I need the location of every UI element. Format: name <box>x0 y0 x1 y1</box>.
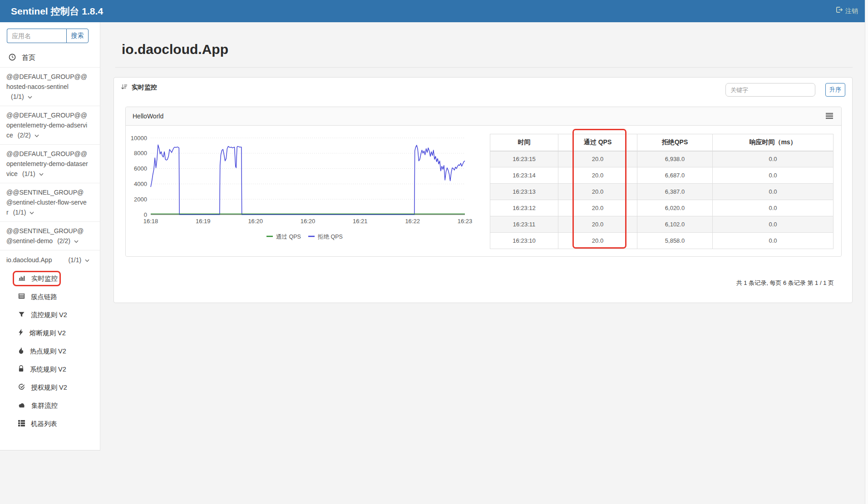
column-header: 时间 <box>490 134 558 151</box>
lock-icon <box>18 365 24 373</box>
app-machine-count: (1/1) <box>11 93 24 100</box>
svg-text:10000: 10000 <box>131 135 147 142</box>
clock-icon <box>9 54 16 62</box>
sidebar-app-group[interactable]: @@SENTINEL_GROUP@@sentinel-demo(2/2) <box>0 222 100 250</box>
realtime-monitor-panel: 实时监控 升序 HelloWorld 020004000600080001000… <box>113 77 853 303</box>
table-cell: 6,938.0 <box>637 151 713 167</box>
table-row: 16:23:1120.06,102.00.0 <box>490 216 833 233</box>
table-row: 16:23:1220.06,020.00.0 <box>490 200 833 216</box>
svg-text:4000: 4000 <box>134 181 147 187</box>
svg-text:0: 0 <box>144 211 147 218</box>
metrics-table-wrap: 时间通过 QPS拒绝QPS响应时间（ms） 16:23:1520.06,938.… <box>490 134 833 249</box>
app-machine-count: (2/2) <box>57 237 70 245</box>
table-cell: 5,858.0 <box>637 233 713 249</box>
chevron-down-icon <box>39 169 44 179</box>
app-search-input[interactable] <box>7 29 66 43</box>
app-machine-count: (2/2) <box>18 132 31 139</box>
keyword-input[interactable] <box>725 83 815 97</box>
table-cell: 20.0 <box>558 184 637 200</box>
sidebar-item-check-circle[interactable]: 授权规则 V2 <box>0 378 100 396</box>
app-title: Sentinel 控制台 1.8.4 <box>11 0 103 22</box>
card-header: HelloWorld <box>126 107 841 126</box>
table-cell: 16:23:15 <box>490 151 558 167</box>
sidebar-app-group[interactable]: @@DEFAULT_GROUP@@opentelemetry-demo-adse… <box>0 106 100 145</box>
list-icon <box>18 420 25 428</box>
table-row: 16:23:1420.06,687.00.0 <box>490 167 833 184</box>
sidebar: 搜索 首页 @@DEFAULT_GROUP@@hosted-nacos-sent… <box>0 22 100 450</box>
table-cell: 16:23:10 <box>490 233 558 249</box>
svg-text:6000: 6000 <box>134 165 147 172</box>
helloworld-card: HelloWorld 020004000600080001000016:1816… <box>125 107 842 257</box>
metrics-table: 时间通过 QPS拒绝QPS响应时间（ms） 16:23:1520.06,938.… <box>490 134 833 249</box>
table-cell: 6,687.0 <box>637 167 713 184</box>
top-navbar: Sentinel 控制台 1.8.4 注销 <box>0 0 868 22</box>
sidebar-app-group[interactable]: @@DEFAULT_GROUP@@hosted-nacos-sentinel(1… <box>0 68 100 106</box>
table-cell: 20.0 <box>558 167 637 184</box>
table-cell: 16:23:12 <box>490 200 558 216</box>
svg-text:通过 QPS: 通过 QPS <box>276 234 301 240</box>
table-row: 16:23:1320.06,387.00.0 <box>490 184 833 200</box>
sidebar-item-lock[interactable]: 系统规则 V2 <box>0 360 100 378</box>
table-cell: 16:23:13 <box>490 184 558 200</box>
table-cell: 0.0 <box>713 200 833 216</box>
logout-icon <box>836 0 843 22</box>
svg-text:16:23: 16:23 <box>458 218 473 225</box>
sidebar-item-fire[interactable]: 热点规则 V2 <box>0 342 100 360</box>
scrollbar-gutter <box>865 0 868 504</box>
sidebar-app-group[interactable]: @@DEFAULT_GROUP@@opentelemetry-demo-data… <box>0 145 100 183</box>
check-circle-icon <box>18 383 25 391</box>
table-cell: 0.0 <box>713 216 833 233</box>
sidebar-item-list[interactable]: 机器列表 <box>0 415 100 433</box>
table-row: 16:23:1020.05,858.00.0 <box>490 233 833 249</box>
svg-text:8000: 8000 <box>134 150 147 157</box>
fire-icon <box>18 347 24 355</box>
table-cell: 20.0 <box>558 200 637 216</box>
title-divider <box>115 67 853 68</box>
chevron-down-icon <box>85 255 89 265</box>
svg-text:2000: 2000 <box>134 196 147 203</box>
panel-heading: 实时监控 <box>121 83 157 92</box>
main-content: io.daocloud.App 实时监控 升序 HelloWorld 02000… <box>100 22 865 504</box>
table-cell: 16:23:11 <box>490 216 558 233</box>
menu-icon[interactable] <box>826 113 833 121</box>
table-cell: 0.0 <box>713 184 833 200</box>
pagination-info: 共 1 条记录, 每页 6 条记录 第 1 / 1 页 <box>736 279 834 287</box>
table-cell: 20.0 <box>558 216 637 233</box>
svg-text:16:20: 16:20 <box>301 218 316 225</box>
search-button[interactable]: 搜索 <box>66 29 89 43</box>
sidebar-item-cloud[interactable]: 集群流控 <box>0 396 100 415</box>
sidebar-item-home[interactable]: 首页 <box>0 49 100 68</box>
table-row: 16:23:1520.06,938.00.0 <box>490 151 833 167</box>
ascending-sort-button[interactable]: 升序 <box>825 83 845 97</box>
table-cell: 16:23:14 <box>490 167 558 184</box>
table-cell: 6,102.0 <box>637 216 713 233</box>
app-machine-count: (1/1) <box>13 209 26 216</box>
sidebar-item-bolt[interactable]: 熔断规则 V2 <box>0 324 100 342</box>
svg-text:拒绝 QPS: 拒绝 QPS <box>317 234 343 240</box>
svg-text:16:22: 16:22 <box>405 218 420 225</box>
column-header: 拒绝QPS <box>637 134 713 151</box>
sidebar-item-table[interactable]: 簇点链路 <box>0 288 100 306</box>
sidebar-app-group[interactable]: @@SENTINEL_GROUP@@sentinel-cluster-flow-… <box>0 183 100 222</box>
sort-amount-icon <box>121 83 128 92</box>
svg-text:16:19: 16:19 <box>196 218 211 225</box>
logout-button[interactable]: 注销 <box>836 0 858 22</box>
sidebar-item-filter[interactable]: 流控规则 V2 <box>0 306 100 324</box>
card-body: 020004000600080001000016:1816:1916:2016:… <box>126 126 841 256</box>
table-cell: 0.0 <box>713 233 833 249</box>
chevron-down-icon <box>28 92 32 102</box>
table-cell: 6,020.0 <box>637 200 713 216</box>
sidebar-item-bar-chart[interactable]: 实时监控 <box>0 269 100 288</box>
qps-line-chart: 020004000600080001000016:1816:1916:2016:… <box>126 126 484 256</box>
bar-chart-icon <box>18 274 25 283</box>
cloud-icon <box>18 402 25 409</box>
table-cell: 6,387.0 <box>637 184 713 200</box>
table-icon <box>18 293 25 301</box>
app-search-group: 搜索 <box>7 29 89 43</box>
table-cell: 0.0 <box>713 167 833 184</box>
svg-text:16:20: 16:20 <box>248 218 263 225</box>
filter-icon <box>18 311 25 319</box>
sidebar-item-active-app[interactable]: io.daocloud.App(1/1) <box>0 250 100 269</box>
app-machine-count: (1/1) <box>22 170 35 177</box>
table-cell: 20.0 <box>558 151 637 167</box>
